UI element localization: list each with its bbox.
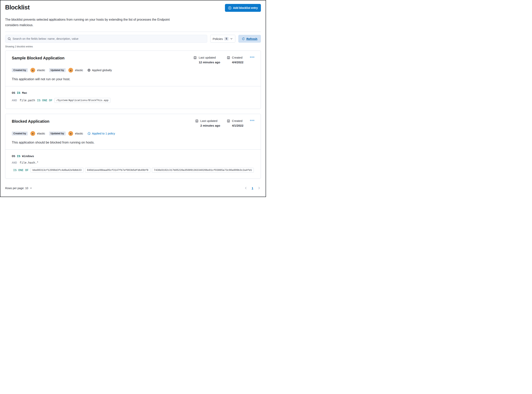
refresh-icon: [242, 37, 245, 40]
created-block: Created 4/4/2022: [227, 56, 243, 64]
updated-by-badge: Updated by: [49, 68, 66, 72]
header-divider: [5, 32, 261, 32]
boxes-horizontal-icon: [250, 120, 251, 121]
os-operator: IS: [17, 91, 20, 95]
entry-title: Sample Blocked Application: [12, 56, 64, 60]
entry-description: This application will not run on your ho…: [12, 77, 254, 81]
entry-dates: Last updated 2 minutes ago Created: [195, 119, 254, 127]
pagination: 1: [244, 186, 261, 190]
entry-dates: Last updated 12 minutes ago Created: [193, 56, 254, 64]
updated-by-user: elastic: [75, 132, 83, 135]
blocklist-entry-card: Blocked Application Last updated 2 minut…: [5, 114, 261, 179]
created-by-user: elastic: [37, 69, 45, 72]
calendar-icon: [227, 119, 230, 123]
rows-per-page-label: Rows per page: 10: [5, 187, 28, 190]
os-operator: IS: [17, 155, 20, 158]
last-updated-label: Last updated: [200, 119, 220, 123]
page-header: Blocklist Add blocklist entry: [5, 4, 261, 12]
created-by-badge: Created by: [12, 68, 28, 72]
avatar: e: [30, 68, 35, 73]
last-updated-block: Last updated 2 minutes ago: [195, 119, 220, 127]
rows-per-page-button[interactable]: Rows per page: 10: [5, 187, 32, 190]
add-blocklist-entry-button[interactable]: Add blocklist entry: [225, 4, 261, 12]
policies-count-badge: 5: [224, 37, 228, 41]
entries-count-text: Showing 2 blocklist entries: [5, 45, 261, 48]
calendar-icon: [195, 119, 198, 123]
entry-meta-row: Created by e elastic Updated by e elasti…: [12, 131, 254, 136]
blocklist-page: Blocklist Add blocklist entry The blockl…: [0, 0, 266, 197]
criteria-os-line: OS IS Mac: [12, 91, 254, 95]
next-page-button[interactable]: [257, 186, 261, 190]
last-updated-value: 12 minutes ago: [199, 61, 220, 64]
policies-filter-label: Policies: [213, 37, 223, 41]
os-value: Windows: [22, 155, 34, 158]
page-description: The blocklist prevents selected applicat…: [5, 17, 176, 28]
updated-by-user: elastic: [75, 69, 83, 72]
chevron-down-icon: [30, 187, 32, 189]
created-value: 4/1/2022: [232, 124, 243, 127]
previous-page-button[interactable]: [244, 186, 248, 190]
created-value: 4/4/2022: [232, 61, 243, 64]
calendar-icon: [227, 56, 230, 59]
toolbar: Policies 5 Refresh: [5, 35, 261, 43]
updated-by-badge: Updated by: [49, 131, 66, 135]
entry-criteria: OS IS Windows AND file.hash.* IS ONE OF …: [5, 150, 261, 179]
search-icon: [8, 37, 11, 41]
os-field: OS: [12, 155, 15, 158]
chevron-down-icon: [230, 37, 233, 40]
entry-actions-menu-button[interactable]: [250, 119, 254, 121]
last-updated-value: 2 minutes ago: [200, 124, 220, 127]
entry-criteria: OS IS Mac AND file.path IS ONE OF /Syste…: [5, 86, 261, 109]
boxes-horizontal-icon: [250, 57, 251, 58]
created-by-badge: Created by: [12, 131, 28, 135]
created-label: Created: [232, 56, 243, 59]
refresh-button[interactable]: Refresh: [238, 35, 261, 43]
condition-value-pill: 840d1eee06baa05cf3147fb7ef003b5dfdb49bf8: [85, 168, 150, 173]
entry-meta-row: Created by e elastic Updated by e elasti…: [12, 68, 254, 73]
condition-value-pill: bbe80313cf12098d3fc4d8a42e9dbb33: [30, 168, 83, 173]
calendar-icon: [193, 56, 197, 59]
criteria-condition-line: AND file.path IS ONE OF /System/Applicat…: [12, 98, 254, 103]
entry-title: Blocked Application: [12, 119, 50, 124]
applied-policies-link[interactable]: Applied to 1 policy: [87, 132, 115, 135]
created-label: Created: [232, 119, 243, 123]
blocklist-entry-card: Sample Blocked Application Last updated …: [5, 51, 261, 109]
scope-label: Applied globally: [92, 69, 112, 72]
search-box[interactable]: [5, 35, 207, 43]
page-number-button[interactable]: 1: [252, 187, 253, 190]
search-input[interactable]: [13, 37, 205, 40]
os-value: Mac: [22, 91, 27, 95]
avatar: e: [30, 131, 35, 136]
last-updated-block: Last updated 12 minutes ago: [193, 56, 220, 64]
condition-operator: IS ONE OF: [13, 169, 29, 172]
scope-global: Applied globally: [87, 69, 112, 72]
partial-policy-icon: [87, 132, 91, 135]
scope-label: Applied to 1 policy: [92, 132, 115, 135]
condition-operator: IS ONE OF: [37, 99, 52, 102]
criteria-values-line: IS ONE OF bbe80313cf12098d3fc4d8a42e9dbb…: [13, 168, 254, 173]
entry-description: This application should be blocked from …: [12, 140, 254, 144]
add-blocklist-entry-label: Add blocklist entry: [233, 6, 258, 10]
avatar: e: [68, 68, 73, 73]
list-footer: Rows per page: 10 1: [5, 186, 261, 190]
refresh-label: Refresh: [246, 37, 257, 41]
condition-value-pill: 7438d3102c317b05228a350891363340206e81cf…: [152, 168, 254, 173]
globe-icon: [87, 69, 91, 72]
condition-conjunction: AND: [12, 99, 17, 102]
condition-field: file.path: [20, 99, 35, 102]
entry-actions-menu-button[interactable]: [250, 56, 254, 58]
avatar: e: [68, 131, 73, 136]
page-title: Blocklist: [5, 4, 30, 11]
created-by-user: elastic: [37, 132, 45, 135]
criteria-condition-line: AND file.hash.*: [12, 161, 254, 164]
policies-filter-button[interactable]: Policies 5: [210, 35, 236, 43]
plus-circle-icon: [228, 6, 231, 10]
condition-field: file.hash.*: [20, 161, 39, 164]
os-field: OS: [12, 91, 15, 95]
created-block: Created 4/1/2022: [227, 119, 243, 127]
condition-conjunction: AND: [12, 161, 17, 164]
last-updated-label: Last updated: [199, 56, 220, 59]
condition-value-pill: /System/Applications/BlockThis.app: [54, 98, 110, 103]
criteria-os-line: OS IS Windows: [12, 155, 254, 158]
